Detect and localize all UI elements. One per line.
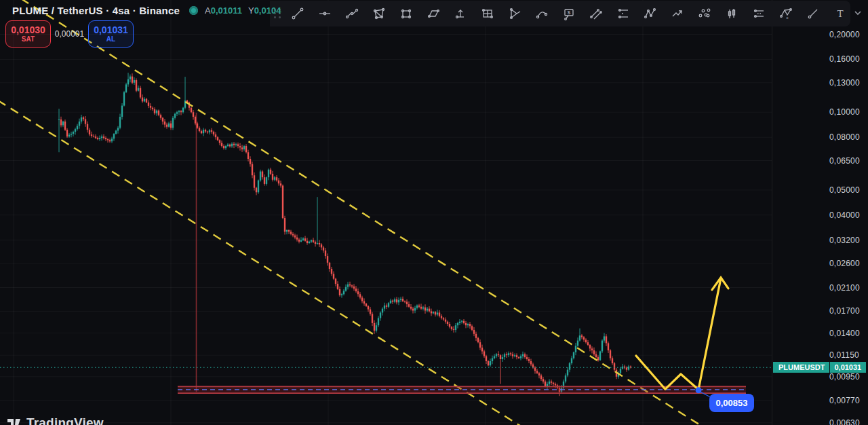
buy-button[interactable]: 0,01031 AL (88, 20, 134, 48)
buy-label: AL (106, 35, 115, 43)
price-axis-label: 0,16000 (829, 54, 860, 64)
tool-anchored-note[interactable] (447, 2, 474, 25)
price-axis-label: 0,02100 (829, 283, 860, 293)
toolbar-collapse-button[interactable] (851, 5, 865, 20)
tool-horizontal-line[interactable] (311, 2, 338, 25)
trend-arrow-icon (671, 7, 684, 20)
price-axis-label: 0,04000 (829, 210, 860, 220)
tool-price-note[interactable]: $ (555, 2, 583, 25)
tool-fib-retracement[interactable] (610, 2, 637, 25)
chart-header: PLUME / TetherUS · 4sa · Binance A0,0101… (12, 5, 281, 16)
open-label: A (205, 5, 211, 16)
tool-parallel-channel[interactable] (583, 2, 610, 25)
price-chart-canvas[interactable] (0, 0, 868, 425)
candle-pattern-icon (725, 7, 738, 20)
ohlc-legend: A0,01011 Y0,0104 (205, 5, 281, 16)
price-axis-label: 0,20000 (829, 30, 860, 39)
price-axis-label: 0,00770 (829, 396, 860, 405)
svg-text:c: c (787, 16, 789, 20)
abcd-pattern-icon (644, 7, 657, 20)
candlesticks (58, 73, 631, 396)
price-axis[interactable]: 0,200000,160000,130000,100000,080000,065… (772, 0, 868, 425)
tool-curve[interactable] (528, 2, 555, 25)
projection-anchor-dot[interactable] (696, 387, 702, 393)
svg-text:T: T (837, 8, 843, 19)
tool-fib-box[interactable] (474, 2, 501, 25)
pennant-icon (508, 7, 521, 20)
drawing-toolbar: $cT (270, 1, 850, 26)
high-label: Y (248, 5, 254, 16)
parallel-channel-icon (589, 7, 603, 20)
svg-text:$: $ (568, 10, 571, 16)
ray-line-icon (806, 7, 820, 20)
rectangle-icon (399, 7, 413, 20)
buy-price: 0,01031 (94, 25, 128, 35)
elliott-wave-icon (698, 7, 711, 20)
parallelogram-icon (427, 7, 440, 20)
market-status-icon[interactable] (189, 6, 198, 15)
parallel-rays-icon (752, 7, 766, 20)
price-axis-label: 0,03200 (829, 236, 860, 245)
price-axis-label: 0,01400 (829, 329, 860, 338)
tool-ray-line[interactable] (800, 2, 827, 25)
cypher-pattern-icon: c (779, 7, 793, 20)
tool-trend-line[interactable] (284, 2, 311, 25)
channel-upper-line[interactable] (21, 0, 707, 425)
projection-arrow[interactable] (636, 278, 728, 399)
tool-text-tool[interactable]: T (827, 2, 854, 25)
xabcd-pattern-icon (372, 7, 386, 20)
tool-parallel-rays[interactable] (745, 2, 772, 25)
symbol-title[interactable]: PLUME / TetherUS · 4sa · Binance (12, 5, 180, 16)
support-zone[interactable] (178, 386, 746, 393)
tool-cypher-pattern[interactable]: c (772, 2, 800, 25)
tool-rectangle[interactable] (393, 2, 420, 25)
trade-panel: 0,01030 SAT 0,00001 0,01031 AL (5, 20, 134, 48)
horizontal-line-icon (318, 7, 332, 20)
tool-parallelogram[interactable] (420, 2, 447, 25)
sell-label: SAT (22, 35, 35, 43)
tool-candle-pattern[interactable] (718, 2, 745, 25)
anchored-note-icon (454, 7, 467, 20)
price-axis-label: 0,06500 (829, 156, 860, 166)
price-axis-label: 0,01700 (829, 306, 860, 316)
price-axis-label: 0,02600 (829, 259, 860, 268)
tool-elliott-wave[interactable] (691, 2, 718, 25)
tool-pennant[interactable] (501, 2, 528, 25)
price-axis-label: 0,01150 (829, 350, 859, 360)
tradingview-logo[interactable]: TradingView (7, 415, 104, 425)
spread-value: 0,00001 (51, 29, 88, 39)
high-value: 0,0104 (254, 5, 281, 16)
tradingview-mark-icon (7, 415, 22, 425)
price-axis-label: 0,05000 (829, 185, 860, 195)
tool-dual-trend-lines[interactable] (338, 2, 366, 25)
price-axis-label: 0,00950 (829, 372, 860, 382)
trend-line-icon (291, 7, 304, 20)
last-price-badge: PLUMEUSDT 0,01031 (773, 362, 866, 373)
open-value: 0,01011 (211, 5, 242, 16)
fib-retracement-icon (616, 7, 630, 20)
grid-lines (0, 0, 772, 425)
price-note-icon: $ (562, 7, 576, 20)
price-axis-label: 0,13000 (829, 78, 860, 88)
price-axis-label: 0,00630 (829, 418, 860, 425)
curve-icon (535, 7, 549, 20)
tool-trend-arrow[interactable] (664, 2, 691, 25)
tool-xabcd-pattern[interactable] (366, 2, 393, 25)
ticker-price: 0,01031 (830, 362, 866, 373)
fib-box-icon (481, 7, 494, 20)
price-axis-label: 0,10000 (829, 107, 860, 117)
tool-abcd-pattern[interactable] (637, 2, 664, 25)
sell-price: 0,01030 (11, 25, 45, 35)
tradingview-logo-text: TradingView (26, 415, 104, 425)
dual-trend-lines-icon (345, 7, 359, 20)
ticker-symbol: PLUMEUSDT (773, 362, 829, 373)
text-tool-icon: T (833, 7, 847, 20)
price-axis-label: 0,08000 (829, 132, 860, 142)
projection-price-label[interactable]: 0,00853 (709, 394, 754, 412)
sell-button[interactable]: 0,01030 SAT (5, 20, 51, 48)
chevron-down-icon (854, 11, 861, 16)
